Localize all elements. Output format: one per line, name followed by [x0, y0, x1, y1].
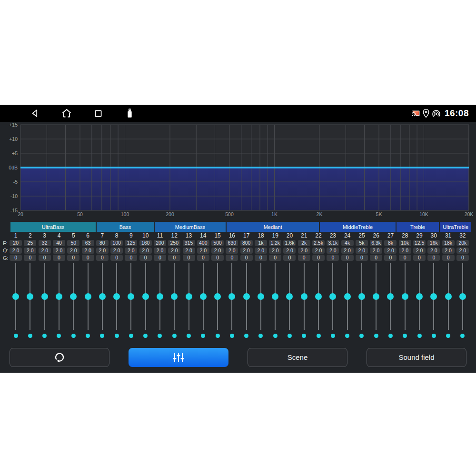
equalizer-button[interactable]	[129, 348, 228, 367]
slider-knob[interactable]	[99, 293, 106, 300]
slider-knob[interactable]	[358, 293, 365, 300]
slider-knob[interactable]	[70, 293, 77, 300]
eq-band-slider[interactable]	[254, 263, 268, 330]
slider-knob[interactable]	[272, 293, 278, 300]
reset-button[interactable]	[10, 348, 109, 367]
q-value-chip: 2.0	[269, 248, 281, 254]
eq-band-slider[interactable]	[456, 263, 470, 330]
eq-band-slider[interactable]	[369, 263, 383, 330]
slider-knob[interactable]	[344, 293, 351, 300]
band-group-label: UltraTreble	[443, 224, 468, 230]
eq-band-slider[interactable]	[210, 263, 225, 330]
equalizer-icon	[172, 352, 185, 363]
g-value-chip: 0	[39, 255, 51, 261]
slider-knob[interactable]	[301, 293, 307, 300]
eq-band-slider[interactable]	[80, 263, 95, 330]
home-button[interactable]	[61, 108, 72, 119]
eq-band-slider[interactable]	[66, 263, 80, 330]
slider-knob[interactable]	[258, 293, 264, 300]
slider-knob[interactable]	[315, 293, 322, 300]
svg-text:+10: +10	[9, 136, 18, 142]
eq-band-slider[interactable]	[268, 263, 282, 330]
scene-button[interactable]: Scene	[248, 348, 347, 367]
svg-text:5K: 5K	[376, 211, 382, 217]
band-dot	[359, 334, 364, 338]
eq-band-slider[interactable]	[326, 263, 340, 330]
eq-band-slider[interactable]	[23, 263, 37, 330]
back-button[interactable]	[30, 108, 41, 119]
f-value-chip: 40	[53, 240, 65, 246]
slider-knob[interactable]	[387, 293, 394, 300]
eq-band-slider[interactable]	[239, 263, 254, 330]
slider-knob[interactable]	[142, 293, 149, 300]
f-value-chip: 16k	[427, 240, 440, 246]
slider-knob[interactable]	[214, 293, 221, 300]
slider-knob[interactable]	[27, 293, 33, 300]
eq-band-slider[interactable]	[95, 263, 109, 330]
eq-band-slider[interactable]	[282, 263, 297, 330]
eq-band-slider[interactable]	[196, 263, 210, 330]
eq-band-slider[interactable]	[181, 263, 196, 330]
band-dot	[28, 334, 32, 338]
eq-band-slider[interactable]	[225, 263, 239, 330]
slider-knob[interactable]	[56, 293, 62, 300]
eq-band-slider[interactable]	[441, 263, 455, 330]
band-number: 11	[153, 232, 167, 239]
band-number-row: 1234567891011121314151617181920212223242…	[9, 232, 470, 239]
slider-knob[interactable]	[286, 293, 293, 300]
status-bar: 16:08	[0, 105, 476, 122]
slider-knob[interactable]	[243, 293, 250, 300]
band-number: 8	[109, 232, 124, 239]
band-dot	[100, 334, 104, 338]
cast-icon	[411, 109, 420, 118]
equalizer-screen: +15+10+50dB-5-10-1520501002005001K2K5K10…	[0, 122, 476, 373]
eq-band-slider[interactable]	[426, 263, 441, 330]
f-value-chip: 500	[211, 240, 224, 246]
f-value-chip: 125	[125, 240, 137, 246]
eq-response-chart: +15+10+50dB-5-10-1520501002005001K2K5K10…	[0, 122, 476, 221]
slider-knob[interactable]	[186, 293, 192, 300]
band-dot	[331, 334, 335, 338]
recents-icon	[93, 109, 103, 119]
slider-knob[interactable]	[373, 293, 379, 300]
g-value-chip: 0	[197, 255, 209, 261]
slider-knob[interactable]	[459, 293, 466, 300]
slider-knob[interactable]	[157, 293, 163, 300]
f-value-chip: 3.1k	[327, 240, 339, 246]
eq-band-slider[interactable]	[297, 263, 311, 330]
eq-band-slider[interactable]	[38, 263, 52, 330]
eq-band-slider[interactable]	[124, 263, 138, 330]
slider-knob[interactable]	[41, 293, 48, 300]
slider-knob[interactable]	[416, 293, 423, 300]
slider-knob[interactable]	[402, 293, 408, 300]
recents-button[interactable]	[92, 108, 104, 119]
slider-knob[interactable]	[171, 293, 178, 300]
q-value-chip: 2.0	[226, 248, 238, 254]
slider-knob[interactable]	[85, 293, 91, 300]
eq-band-slider[interactable]	[109, 263, 124, 330]
eq-band-slider[interactable]	[167, 263, 181, 330]
band-dot	[143, 334, 148, 338]
eq-band-slider[interactable]	[9, 263, 23, 330]
eq-band-slider[interactable]	[139, 263, 153, 330]
eq-band-slider[interactable]	[153, 263, 167, 330]
slider-knob[interactable]	[329, 293, 336, 300]
slider-knob[interactable]	[430, 293, 437, 300]
eq-band-slider[interactable]	[398, 263, 412, 330]
eq-band-slider[interactable]	[311, 263, 326, 330]
slider-knob[interactable]	[113, 293, 120, 300]
slider-knob[interactable]	[445, 293, 452, 300]
slider-knob[interactable]	[128, 293, 134, 300]
eq-band-slider[interactable]	[355, 263, 369, 330]
band-dot	[201, 334, 205, 338]
slider-knob[interactable]	[12, 293, 19, 300]
band-group-treble: Treble	[397, 222, 439, 232]
eq-band-slider[interactable]	[340, 263, 354, 330]
eq-band-slider[interactable]	[52, 263, 66, 330]
slider-knob[interactable]	[228, 293, 235, 300]
band-number: 1	[9, 232, 23, 239]
slider-knob[interactable]	[200, 293, 207, 300]
eq-band-slider[interactable]	[412, 263, 426, 330]
eq-band-slider[interactable]	[383, 263, 397, 330]
sound-field-button[interactable]: Sound field	[367, 348, 466, 367]
